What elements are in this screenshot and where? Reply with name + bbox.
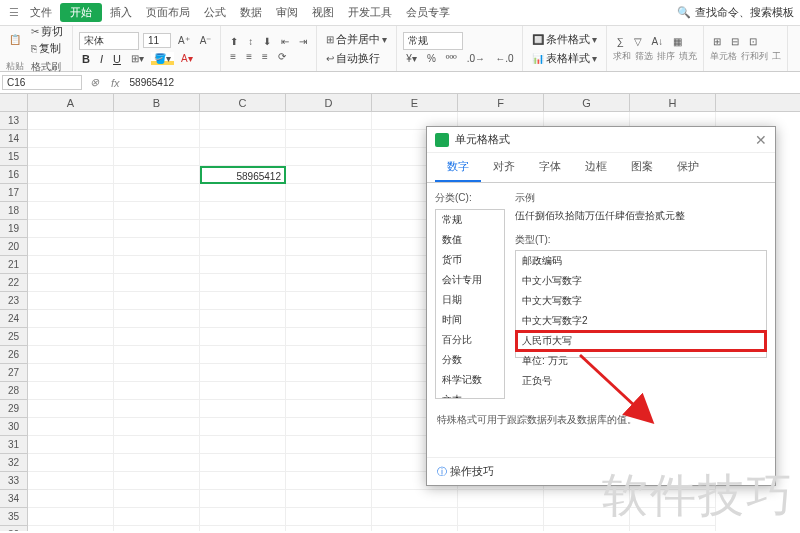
cell[interactable] xyxy=(200,454,286,472)
category-item[interactable]: 科学记数 xyxy=(436,370,504,390)
cell[interactable] xyxy=(114,328,200,346)
menu-dev[interactable]: 开发工具 xyxy=(342,5,398,20)
row-header[interactable]: 22 xyxy=(0,274,28,292)
cell[interactable] xyxy=(200,292,286,310)
cell[interactable] xyxy=(286,436,372,454)
type-item[interactable]: 人民币大写 xyxy=(516,331,766,351)
cell[interactable] xyxy=(200,274,286,292)
cell[interactable] xyxy=(286,418,372,436)
increase-font-icon[interactable]: A⁺ xyxy=(175,34,193,47)
cell[interactable] xyxy=(114,508,200,526)
cell[interactable] xyxy=(630,508,716,526)
align-right-icon[interactable]: ≡ xyxy=(259,50,271,63)
col-H[interactable]: H xyxy=(630,94,716,111)
cell[interactable] xyxy=(114,220,200,238)
cell[interactable] xyxy=(286,472,372,490)
type-list[interactable]: 邮政编码中文小写数字中文大写数字中文大写数字2人民币大写单位: 万元正负号 xyxy=(515,250,767,358)
cell[interactable] xyxy=(286,346,372,364)
cell[interactable] xyxy=(200,310,286,328)
cell[interactable] xyxy=(286,310,372,328)
cell[interactable] xyxy=(372,508,458,526)
cell[interactable] xyxy=(200,400,286,418)
cell[interactable] xyxy=(630,490,716,508)
cell[interactable] xyxy=(630,526,716,531)
cond-format-button[interactable]: 🔲 条件格式▾ xyxy=(529,31,600,48)
cell[interactable] xyxy=(114,202,200,220)
cell[interactable] xyxy=(28,112,114,130)
cell[interactable] xyxy=(28,526,114,531)
menu-insert[interactable]: 插入 xyxy=(104,5,138,20)
cell[interactable] xyxy=(28,292,114,310)
cell[interactable] xyxy=(114,310,200,328)
cell[interactable] xyxy=(114,274,200,292)
indent-dec-icon[interactable]: ⇤ xyxy=(278,35,292,48)
menu-member[interactable]: 会员专享 xyxy=(400,5,456,20)
cell[interactable] xyxy=(28,184,114,202)
row-header[interactable]: 32 xyxy=(0,454,28,472)
cell[interactable] xyxy=(28,274,114,292)
fill-button[interactable]: ▦ xyxy=(670,35,685,48)
cell[interactable] xyxy=(28,382,114,400)
category-item[interactable]: 日期 xyxy=(436,290,504,310)
cell[interactable] xyxy=(200,148,286,166)
category-item[interactable]: 货币 xyxy=(436,250,504,270)
tips-link[interactable]: ⓘ 操作技巧 xyxy=(437,466,494,477)
cell[interactable] xyxy=(286,148,372,166)
cell[interactable] xyxy=(114,292,200,310)
row-header[interactable]: 31 xyxy=(0,436,28,454)
cell[interactable] xyxy=(286,526,372,531)
menu-file[interactable]: 文件 xyxy=(24,5,58,20)
cell[interactable] xyxy=(28,130,114,148)
menu-view[interactable]: 视图 xyxy=(306,5,340,20)
cell[interactable] xyxy=(200,490,286,508)
cell[interactable] xyxy=(28,400,114,418)
tab-font[interactable]: 字体 xyxy=(527,153,573,182)
cell[interactable] xyxy=(286,166,372,184)
border-button[interactable]: ⊞▾ xyxy=(128,52,147,65)
cell[interactable] xyxy=(286,238,372,256)
cell[interactable] xyxy=(200,130,286,148)
cell[interactable] xyxy=(114,436,200,454)
cell[interactable] xyxy=(28,328,114,346)
decrease-font-icon[interactable]: A⁻ xyxy=(197,34,215,47)
cell[interactable] xyxy=(114,184,200,202)
cell[interactable] xyxy=(458,508,544,526)
cell[interactable] xyxy=(114,472,200,490)
search-box[interactable]: 🔍 查找命令、搜索模板 xyxy=(677,5,794,20)
cell[interactable] xyxy=(114,238,200,256)
row-header[interactable]: 28 xyxy=(0,382,28,400)
tab-border[interactable]: 边框 xyxy=(573,153,619,182)
cell[interactable] xyxy=(200,328,286,346)
cell[interactable] xyxy=(286,382,372,400)
select-all-corner[interactable] xyxy=(0,94,28,111)
font-color-button[interactable]: A▾ xyxy=(178,52,196,65)
cell[interactable] xyxy=(28,490,114,508)
type-item[interactable]: 中文小写数字 xyxy=(516,271,766,291)
table-style-button[interactable]: 📊 表格样式▾ xyxy=(529,50,600,67)
type-item[interactable]: 正负号 xyxy=(516,371,766,391)
format-painter-button[interactable]: 格式刷 xyxy=(28,59,64,75)
row-header[interactable]: 13 xyxy=(0,112,28,130)
cell[interactable] xyxy=(28,166,114,184)
menu-data[interactable]: 数据 xyxy=(234,5,268,20)
cell[interactable] xyxy=(200,364,286,382)
cell[interactable] xyxy=(200,184,286,202)
wrap-button[interactable]: ↩ 自动换行 xyxy=(323,50,390,67)
cell[interactable] xyxy=(286,328,372,346)
row-header[interactable]: 25 xyxy=(0,328,28,346)
cell[interactable] xyxy=(28,418,114,436)
filter-button[interactable]: ▽ xyxy=(631,35,645,48)
align-mid-icon[interactable]: ↕ xyxy=(245,35,256,48)
row-header[interactable]: 34 xyxy=(0,490,28,508)
row-header[interactable]: 23 xyxy=(0,292,28,310)
rowcol-button[interactable]: ⊟ xyxy=(728,35,742,48)
cell[interactable] xyxy=(28,346,114,364)
cell[interactable] xyxy=(200,256,286,274)
name-box[interactable] xyxy=(2,75,82,90)
paste-button[interactable]: 📋 xyxy=(6,33,24,46)
underline-button[interactable]: U xyxy=(110,52,124,66)
row-header[interactable]: 24 xyxy=(0,310,28,328)
category-item[interactable]: 数值 xyxy=(436,230,504,250)
percent-icon[interactable]: % xyxy=(424,52,439,65)
cell[interactable] xyxy=(286,508,372,526)
